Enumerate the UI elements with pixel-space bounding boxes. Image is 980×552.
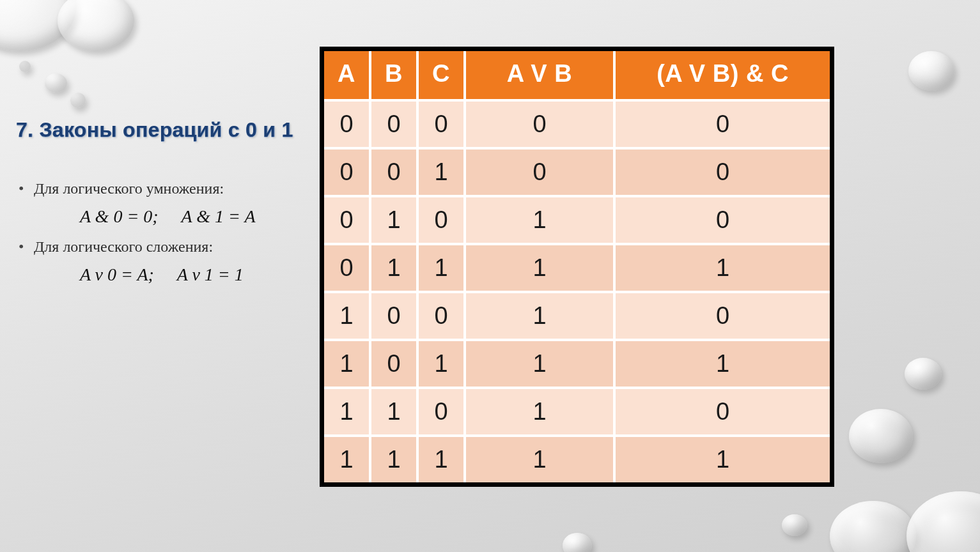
- table-cell: 1: [465, 436, 614, 482]
- water-drop-icon: [70, 93, 86, 108]
- table-row: 00100: [324, 148, 830, 196]
- table-cell: 0: [614, 196, 830, 244]
- th-expr: (A V B) & C: [614, 51, 830, 100]
- table-cell: 1: [614, 340, 830, 388]
- table-cell: 1: [324, 340, 370, 388]
- water-drop-icon: [905, 358, 942, 390]
- table-cell: 1: [614, 244, 830, 292]
- water-drop-icon: [906, 491, 980, 552]
- formula-or-part2: A v 1 = 1: [177, 264, 244, 284]
- table-cell: 1: [465, 292, 614, 340]
- table-row: 01010: [324, 196, 830, 244]
- water-drop-icon: [849, 409, 913, 463]
- table-cell: 1: [614, 436, 830, 482]
- table-cell: 1: [465, 244, 614, 292]
- slide-heading: 7. Законы операций с 0 и 1: [16, 118, 316, 142]
- formula-and: A & 0 = 0;A & 1 = A: [16, 201, 316, 238]
- table-cell: 1: [465, 196, 614, 244]
- table-cell: 0: [614, 292, 830, 340]
- table-cell: 0: [465, 148, 614, 196]
- table-cell: 1: [324, 388, 370, 436]
- table-cell: 1: [417, 436, 465, 482]
- water-drop-icon: [0, 0, 77, 51]
- table-cell: 1: [417, 340, 465, 388]
- formula-and-part1: A & 0 = 0;: [80, 206, 159, 226]
- th-a: A: [324, 51, 370, 100]
- table-cell: 1: [370, 436, 417, 482]
- table-row: 01111: [324, 244, 830, 292]
- th-c: C: [417, 51, 465, 100]
- table-cell: 1: [370, 196, 417, 244]
- formula-or: A v 0 = A;A v 1 = 1: [16, 259, 316, 296]
- table-cell: 0: [614, 100, 830, 148]
- table-cell: 1: [324, 436, 370, 482]
- table-cell: 0: [370, 100, 417, 148]
- bullet-or-label: Для логического сложения:: [34, 238, 213, 255]
- table-cell: 0: [370, 148, 417, 196]
- water-drop-icon: [19, 61, 31, 72]
- table-cell: 0: [324, 148, 370, 196]
- table-row: 00000: [324, 100, 830, 148]
- th-b: B: [370, 51, 417, 100]
- table-row: 10111: [324, 340, 830, 388]
- truth-table: A B C A V B (A V B) & C 0000000100010100…: [324, 51, 830, 482]
- table-row: 11010: [324, 388, 830, 436]
- table-cell: 0: [465, 100, 614, 148]
- bullet-and: Для логического умножения:: [16, 180, 316, 197]
- table-cell: 1: [465, 388, 614, 436]
- laws-text-block: 7. Законы операций с 0 и 1 Для логическо…: [16, 118, 316, 296]
- th-avb: A V B: [465, 51, 614, 100]
- table-cell: 0: [370, 340, 417, 388]
- table-cell: 1: [465, 340, 614, 388]
- table-cell: 1: [417, 148, 465, 196]
- table-header-row: A B C A V B (A V B) & C: [324, 51, 830, 100]
- water-drop-icon: [563, 533, 592, 552]
- table-cell: 0: [370, 292, 417, 340]
- truth-table-frame: A B C A V B (A V B) & C 0000000100010100…: [320, 47, 834, 487]
- table-cell: 0: [324, 196, 370, 244]
- table-cell: 0: [417, 100, 465, 148]
- formula-or-part1: A v 0 = A;: [80, 264, 154, 284]
- slide: 7. Законы операций с 0 и 1 Для логическо…: [0, 0, 980, 552]
- water-drop-icon: [830, 501, 916, 552]
- table-cell: 0: [417, 196, 465, 244]
- table-row: 10010: [324, 292, 830, 340]
- table-cell: 1: [324, 292, 370, 340]
- table-cell: 1: [370, 244, 417, 292]
- water-drop-icon: [45, 73, 67, 93]
- table-cell: 0: [614, 388, 830, 436]
- table-cell: 1: [417, 244, 465, 292]
- table-cell: 0: [417, 292, 465, 340]
- bullet-and-label: Для логического умножения:: [34, 180, 224, 197]
- formula-and-part2: A & 1 = A: [182, 206, 256, 226]
- table-cell: 0: [324, 244, 370, 292]
- table-cell: 0: [614, 148, 830, 196]
- table-row: 11111: [324, 436, 830, 482]
- table-cell: 0: [324, 100, 370, 148]
- water-drop-icon: [908, 51, 954, 91]
- bullet-or: Для логического сложения:: [16, 238, 316, 256]
- table-cell: 0: [417, 388, 465, 436]
- water-drop-icon: [58, 0, 134, 51]
- water-drop-icon: [782, 514, 807, 536]
- table-cell: 1: [370, 388, 417, 436]
